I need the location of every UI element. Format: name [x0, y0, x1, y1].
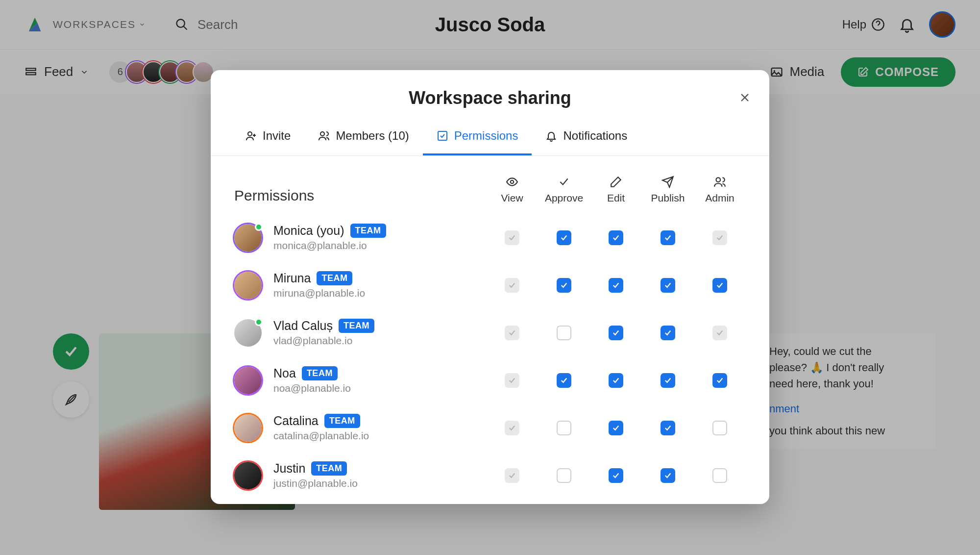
col-view: View — [486, 176, 538, 204]
team-badge: TEAM — [324, 414, 360, 428]
permission-checks — [486, 230, 746, 245]
member-email: miruna@planable.io — [273, 287, 486, 299]
permission-checkbox[interactable] — [557, 468, 571, 483]
col-label: Admin — [705, 192, 735, 204]
modal-tabs: Invite Members (10) Permissions Notifica… — [211, 118, 769, 156]
member-email: monica@planable.io — [273, 240, 486, 252]
permission-checkbox[interactable] — [557, 421, 571, 435]
team-badge: TEAM — [350, 224, 386, 238]
member-avatar — [234, 224, 262, 252]
permission-checkbox[interactable] — [661, 326, 675, 340]
workspace-sharing-modal: Workspace sharing Invite Members (10) Pe… — [211, 70, 769, 504]
permission-checkbox — [712, 326, 727, 340]
permission-checks — [486, 421, 746, 435]
users-icon — [318, 130, 330, 142]
member-info: CatalinaTEAMcatalina@planable.io — [273, 414, 486, 442]
permission-checkbox[interactable] — [609, 278, 623, 293]
member-avatar — [234, 462, 262, 489]
member-avatar — [234, 367, 262, 394]
member-row: MirunaTEAMmiruna@planable.io — [234, 271, 746, 299]
permission-checkbox[interactable] — [712, 278, 727, 293]
member-name: Miruna — [273, 271, 311, 285]
permission-checkbox[interactable] — [609, 373, 623, 388]
permission-checks — [486, 373, 746, 388]
member-info: NoaTEAMnoa@planable.io — [273, 366, 486, 394]
member-name: Noa — [273, 366, 296, 380]
permission-columns: View Approve Edit Publish Admin — [486, 176, 746, 204]
tab-label: Permissions — [454, 129, 518, 143]
team-badge: TEAM — [339, 319, 374, 333]
permission-checkbox[interactable] — [712, 421, 727, 435]
col-label: Publish — [651, 192, 685, 204]
member-avatar — [234, 319, 262, 347]
member-row: NoaTEAMnoa@planable.io — [234, 366, 746, 394]
permission-checkbox[interactable] — [661, 230, 675, 245]
permission-checkbox — [505, 373, 519, 388]
permission-checkbox[interactable] — [661, 278, 675, 293]
svg-rect-8 — [438, 131, 447, 140]
permission-checkbox — [505, 230, 519, 245]
member-name: Justin — [273, 461, 305, 476]
permission-checkbox[interactable] — [661, 421, 675, 435]
permission-checkbox[interactable] — [557, 230, 571, 245]
member-row: Monica (you)TEAMmonica@planable.io — [234, 224, 746, 252]
permission-checkbox[interactable] — [661, 468, 675, 483]
permission-checkbox — [505, 278, 519, 293]
col-label: Edit — [607, 192, 625, 204]
permission-checkbox — [505, 421, 519, 435]
permission-checkbox[interactable] — [712, 468, 727, 483]
tab-label: Members (10) — [336, 129, 409, 143]
member-row: JustinTEAMjustin@planable.io — [234, 461, 746, 489]
permission-checkbox[interactable] — [557, 278, 571, 293]
permission-checks — [486, 468, 746, 483]
col-publish: Publish — [642, 176, 694, 204]
permission-checkbox[interactable] — [712, 373, 727, 388]
member-email: vlad@planable.io — [273, 335, 486, 347]
member-row: Vlad CalușTEAMvlad@planable.io — [234, 319, 746, 347]
member-info: Vlad CalușTEAMvlad@planable.io — [273, 319, 486, 347]
permissions-body: Permissions View Approve Edit Publish — [211, 156, 769, 494]
member-email: noa@planable.io — [273, 382, 486, 394]
member-info: Monica (you)TEAMmonica@planable.io — [273, 224, 486, 252]
permission-checkbox[interactable] — [557, 373, 571, 388]
member-name: Catalina — [273, 414, 318, 428]
user-plus-icon — [245, 130, 257, 142]
send-icon — [662, 176, 674, 188]
member-name: Vlad Caluș — [273, 319, 333, 333]
tab-label: Notifications — [563, 129, 627, 143]
member-email: catalina@planable.io — [273, 430, 486, 442]
col-label: Approve — [545, 192, 583, 204]
pencil-icon — [610, 176, 622, 188]
permission-checkbox[interactable] — [609, 468, 623, 483]
svg-point-10 — [716, 177, 720, 182]
close-button[interactable] — [738, 91, 752, 104]
tab-permissions[interactable]: Permissions — [423, 118, 532, 155]
permission-checkbox[interactable] — [609, 326, 623, 340]
permission-checkbox — [505, 326, 519, 340]
permission-checkbox[interactable] — [557, 326, 571, 340]
permission-checkbox[interactable] — [609, 421, 623, 435]
users-icon — [713, 176, 726, 188]
svg-point-9 — [511, 180, 514, 184]
bell-icon — [545, 130, 557, 142]
modal-title: Workspace sharing — [211, 70, 769, 118]
svg-point-6 — [248, 132, 252, 136]
permission-checkbox[interactable] — [609, 230, 623, 245]
permission-checks — [486, 326, 746, 340]
close-icon — [738, 91, 752, 104]
col-label: View — [501, 192, 523, 204]
check-icon — [558, 176, 570, 188]
permissions-section-title: Permissions — [234, 187, 486, 204]
team-badge: TEAM — [317, 271, 352, 285]
member-email: justin@planable.io — [273, 478, 486, 489]
member-avatar — [234, 414, 262, 442]
member-name: Monica (you) — [273, 224, 344, 238]
tab-notifications[interactable]: Notifications — [532, 118, 641, 155]
permission-checkbox[interactable] — [661, 373, 675, 388]
permission-checks — [486, 278, 746, 293]
team-badge: TEAM — [302, 366, 338, 380]
col-edit: Edit — [590, 176, 642, 204]
tab-invite[interactable]: Invite — [231, 118, 304, 155]
tab-members[interactable]: Members (10) — [304, 118, 422, 155]
tab-label: Invite — [263, 129, 291, 143]
